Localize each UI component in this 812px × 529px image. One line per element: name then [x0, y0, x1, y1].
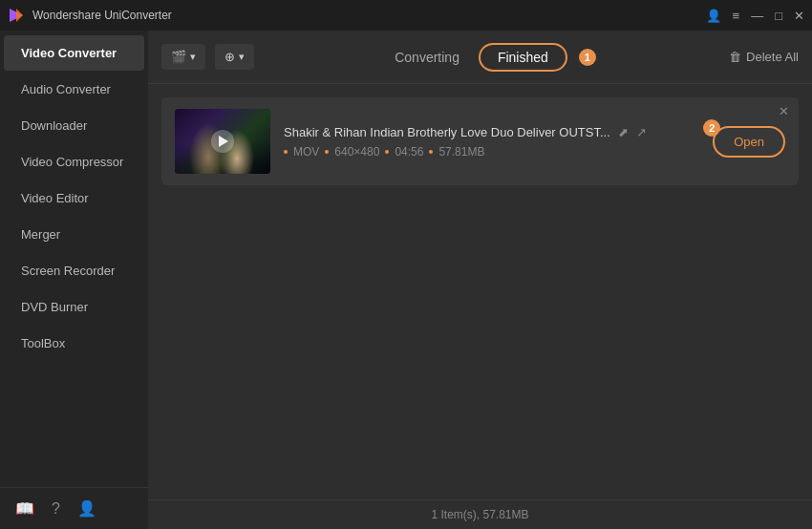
- file-meta: MOV 640×480 04:56 57.81MB: [284, 145, 699, 159]
- play-icon: [219, 136, 228, 147]
- trash-icon: 🗑: [729, 50, 741, 64]
- sidebar-item-video-editor[interactable]: Video Editor: [4, 180, 144, 216]
- sidebar-item-downloader[interactable]: Downloader: [4, 108, 144, 143]
- file-list-area: ✕ Shakir & Rihan Indian Brotherly Love D…: [148, 84, 812, 499]
- file-card: ✕ Shakir & Rihan Indian Brotherly Love D…: [161, 97, 799, 185]
- meta-dot-3: [385, 150, 389, 154]
- close-button[interactable]: ✕: [794, 9, 804, 23]
- meta-dot-4: [429, 150, 433, 154]
- file-duration: 04:56: [395, 145, 423, 159]
- open-btn-wrapper: 2 Open: [713, 126, 785, 158]
- main-layout: Video Converter Audio Converter Download…: [0, 31, 812, 529]
- sidebar-item-audio-converter[interactable]: Audio Converter: [4, 72, 144, 107]
- title-bar-left: Wondershare UniConverter: [8, 7, 172, 24]
- book-icon[interactable]: 📖: [15, 499, 34, 518]
- sidebar-item-dvd-burner[interactable]: DVD Burner: [4, 289, 144, 325]
- file-resolution: 640×480: [334, 145, 379, 159]
- help-icon[interactable]: ?: [52, 500, 60, 518]
- title-bar: Wondershare UniConverter 👤 ≡ — □ ✕: [0, 0, 812, 31]
- file-title-text: Shakir & Rihan Indian Brotherly Love Duo…: [284, 125, 610, 139]
- toolbar-center: Converting Finished 1: [264, 43, 719, 72]
- menu-icon[interactable]: ≡: [733, 9, 740, 23]
- file-format: MOV: [293, 145, 319, 159]
- minimize-button[interactable]: —: [751, 9, 763, 23]
- tab-converting[interactable]: Converting: [387, 46, 467, 69]
- open-badge: 2: [703, 119, 720, 137]
- finished-badge: 1: [579, 49, 596, 66]
- delete-all-button[interactable]: 🗑 Delete All: [729, 50, 799, 64]
- file-title-row: Shakir & Rihan Indian Brotherly Love Duo…: [284, 125, 647, 139]
- external-link-icon[interactable]: ⬈: [618, 125, 629, 139]
- file-close-button[interactable]: ✕: [779, 105, 789, 117]
- title-bar-controls: 👤 ≡ — □ ✕: [706, 9, 804, 23]
- toolbar: 🎬 ▾ ⊕ ▾ Converting Finished 1 🗑 Delete A…: [148, 31, 812, 84]
- toolbar-right: 🗑 Delete All: [729, 50, 799, 64]
- share-icon[interactable]: ↗: [636, 125, 647, 139]
- toolbar-left: 🎬 ▾ ⊕ ▾: [161, 44, 254, 70]
- play-button[interactable]: [211, 130, 234, 153]
- sidebar-footer: 📖 ? 👤: [0, 487, 148, 529]
- open-button[interactable]: Open: [713, 126, 785, 158]
- maximize-button[interactable]: □: [775, 9, 782, 23]
- app-title: Wondershare UniConverter: [32, 9, 172, 22]
- add-file-icon: 🎬: [171, 50, 186, 64]
- meta-dot-1: [284, 150, 288, 154]
- sidebar-item-video-converter[interactable]: Video Converter: [4, 35, 144, 71]
- status-text: 1 Item(s), 57.81MB: [431, 508, 528, 521]
- status-bar: 1 Item(s), 57.81MB: [148, 499, 812, 529]
- add-format-button[interactable]: ⊕ ▾: [215, 44, 254, 70]
- sidebar: Video Converter Audio Converter Download…: [0, 31, 148, 529]
- app-logo: [8, 7, 25, 24]
- content-area: 🎬 ▾ ⊕ ▾ Converting Finished 1 🗑 Delete A…: [148, 31, 812, 529]
- sidebar-item-video-compressor[interactable]: Video Compressor: [4, 144, 144, 180]
- sidebar-menu: Video Converter Audio Converter Download…: [0, 31, 148, 487]
- file-size: 57.81MB: [438, 145, 484, 159]
- file-thumbnail[interactable]: [175, 109, 270, 174]
- meta-dot-2: [325, 150, 329, 154]
- add-format-icon: ⊕: [224, 50, 235, 64]
- sidebar-item-toolbox[interactable]: ToolBox: [4, 326, 144, 361]
- account-icon[interactable]: 👤: [706, 9, 721, 23]
- file-info: Shakir & Rihan Indian Brotherly Love Duo…: [284, 125, 699, 159]
- svg-marker-1: [16, 9, 23, 22]
- account-footer-icon[interactable]: 👤: [77, 499, 96, 518]
- add-file-button[interactable]: 🎬 ▾: [161, 44, 205, 70]
- sidebar-item-merger[interactable]: Merger: [4, 217, 144, 252]
- tab-finished[interactable]: Finished: [479, 43, 567, 72]
- sidebar-item-screen-recorder[interactable]: Screen Recorder: [4, 253, 144, 288]
